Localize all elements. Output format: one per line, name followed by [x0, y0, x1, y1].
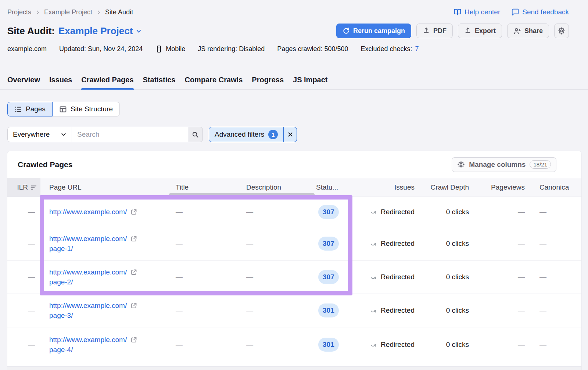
description-value: — — [246, 341, 253, 349]
description-value: — — [246, 273, 253, 281]
ilr-value: — — [28, 240, 35, 248]
page-url-link-line2[interactable]: page-1/ — [49, 245, 73, 252]
column-header-page-url[interactable]: Page URL — [40, 178, 173, 197]
canonical-value: — — [539, 341, 546, 349]
chevron-right-icon — [35, 10, 40, 15]
page-header: Projects Example Project Site Audit Help… — [0, 0, 588, 54]
breadcrumb-projects[interactable]: Projects — [7, 8, 31, 16]
title-value: — — [176, 273, 183, 281]
send-feedback-link[interactable]: Send feedback — [511, 8, 569, 16]
book-icon — [453, 8, 462, 16]
excluded-checks-link[interactable]: 7 — [415, 45, 419, 53]
share-button[interactable]: Share — [507, 24, 549, 38]
tab-progress[interactable]: Progress — [252, 76, 284, 89]
issues-value: Redirected — [381, 341, 415, 349]
title-value: — — [176, 306, 183, 315]
table-header: ILR Page URL Title Description Statu... … — [7, 178, 581, 197]
audit-device: Mobile — [155, 45, 185, 53]
search-scope-select[interactable]: Everywhere — [7, 127, 72, 142]
help-center-link[interactable]: Help center — [453, 8, 500, 16]
export-button[interactable]: Export — [458, 24, 502, 38]
audit-domain: example.com — [7, 45, 47, 53]
page-url-link-line2[interactable]: page-4/ — [49, 346, 73, 353]
crawl-depth-value: 0 clicks — [446, 273, 469, 281]
page-url-link[interactable]: http://www.example.com/ — [49, 234, 127, 244]
card-title: Crawled Pages — [18, 160, 72, 169]
ilr-value: — — [28, 341, 35, 349]
upload-icon — [464, 27, 472, 35]
page-url-link[interactable]: http://www.example.com/ — [49, 267, 127, 277]
page-title: Site Audit: Example Project — [7, 25, 142, 37]
pageviews-value: — — [518, 306, 525, 315]
pageviews-value: — — [518, 208, 525, 216]
pageviews-value: — — [518, 341, 525, 349]
issues-value: Redirected — [381, 273, 415, 281]
status-code-badge: 307 — [318, 270, 339, 284]
tab-js-impact[interactable]: JS Impact — [293, 76, 327, 89]
advanced-filters-group: Advanced filters 1 — [209, 127, 297, 142]
external-link-icon[interactable] — [130, 302, 137, 309]
advanced-filters-count-badge: 1 — [268, 130, 278, 139]
page-url-link[interactable]: http://www.example.com/ — [49, 301, 127, 310]
page-url-link-line2[interactable]: page-2/ — [49, 278, 73, 286]
settings-button[interactable] — [554, 24, 569, 38]
search-input[interactable] — [72, 127, 188, 142]
view-toggle-pages[interactable]: Pages — [7, 102, 53, 116]
search-button[interactable] — [188, 127, 203, 142]
tab-compare-crawls[interactable]: Compare Crawls — [184, 76, 243, 89]
breadcrumb-current: Site Audit — [105, 8, 133, 16]
project-selector[interactable]: Example Project — [58, 25, 142, 37]
canonical-value: — — [539, 208, 546, 216]
column-header-pageviews[interactable]: Pageviews — [474, 178, 531, 197]
table-row: — http://www.example.com/ page-4/ — — 30… — [7, 327, 581, 362]
column-header-status[interactable]: Statu... — [314, 178, 353, 197]
search-icon — [191, 131, 199, 139]
status-code-badge: 307 — [318, 237, 339, 251]
manage-columns-button[interactable]: Manage columns 18/21 — [452, 157, 556, 172]
refresh-icon — [343, 27, 350, 35]
horizontal-scrollbar[interactable] — [169, 193, 315, 196]
tab-crawled-pages[interactable]: Crawled Pages — [81, 76, 133, 89]
card-bottom-strip — [7, 367, 581, 370]
view-toggle: Pages Site Structure — [7, 102, 120, 116]
column-header-ilr[interactable]: ILR — [7, 178, 40, 197]
page-url-link[interactable]: http://www.example.com/ — [49, 335, 127, 345]
page-url-link-line2[interactable]: page-3/ — [49, 312, 73, 319]
chevron-down-icon — [61, 132, 67, 137]
smartphone-icon — [155, 45, 163, 53]
redirect-arrow-icon — [370, 273, 378, 281]
advanced-filters-button[interactable]: Advanced filters 1 — [209, 127, 284, 142]
page-url-link[interactable]: http://www.example.com/ — [49, 207, 127, 217]
title-value: — — [176, 208, 183, 216]
audit-pages-crawled: Pages crawled: 500/500 — [277, 45, 348, 53]
canonical-value: — — [539, 306, 546, 315]
crawled-pages-card: Crawled Pages Manage columns 18/21 ILR P… — [7, 151, 581, 370]
pdf-button[interactable]: PDF — [416, 24, 453, 38]
title-value: — — [176, 341, 183, 349]
tab-statistics[interactable]: Statistics — [143, 76, 176, 89]
breadcrumb-project[interactable]: Example Project — [44, 8, 92, 16]
clear-filters-button[interactable] — [283, 127, 297, 142]
view-toggle-site-structure[interactable]: Site Structure — [53, 102, 120, 116]
breadcrumb: Projects Example Project Site Audit — [7, 8, 133, 16]
description-value: — — [246, 240, 253, 248]
ilr-value: — — [28, 273, 35, 281]
column-header-canonical[interactable]: Canonica — [531, 178, 581, 197]
column-header-issues[interactable]: Issues — [353, 178, 421, 197]
issues-value: Redirected — [381, 306, 415, 315]
tab-overview[interactable]: Overview — [7, 76, 40, 89]
external-link-icon[interactable] — [130, 208, 137, 216]
external-link-icon[interactable] — [130, 269, 137, 276]
gear-icon — [557, 27, 566, 35]
tab-issues[interactable]: Issues — [49, 76, 72, 89]
sort-descending-icon — [31, 185, 37, 190]
crawl-depth-value: 0 clicks — [446, 240, 469, 248]
columns-count-badge: 18/21 — [530, 160, 551, 169]
audit-updated: Updated: Sun, Nov 24, 2024 — [59, 45, 143, 53]
external-link-icon[interactable] — [130, 336, 137, 344]
tab-bar: Overview Issues Crawled Pages Statistics… — [0, 76, 588, 90]
external-link-icon[interactable] — [130, 235, 137, 243]
table-row: — http://www.example.com/ page-3/ — — 30… — [7, 294, 581, 327]
rerun-campaign-button[interactable]: Rerun campaign — [336, 24, 411, 38]
column-header-crawl-depth[interactable]: Crawl Depth — [421, 178, 474, 197]
